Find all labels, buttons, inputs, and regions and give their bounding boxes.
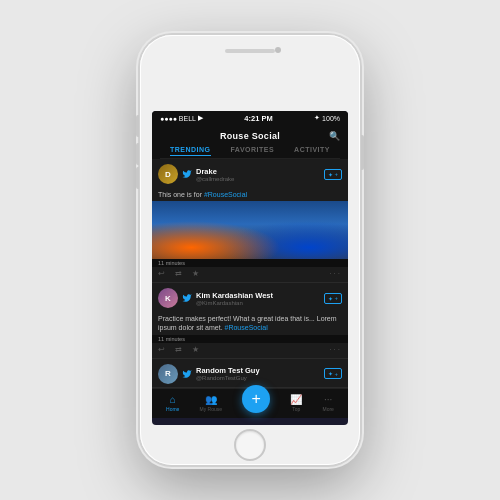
follow-button[interactable]: ✦+ (324, 169, 342, 180)
follow-button[interactable]: ✦+ (324, 368, 342, 379)
hashtag[interactable]: #RouseSocial (204, 191, 247, 198)
nav-myrouse-label: My Rouse (200, 406, 223, 412)
tweet-card: D Drake @callmedrake ✦+ This one i (152, 159, 348, 283)
battery-text: 100% (322, 115, 340, 122)
phone-bottom (140, 425, 360, 465)
tweet-time: 11 minutes (152, 335, 348, 343)
tweet-header: K Kim Kardashian West @KimKardashian ✦+ (152, 283, 348, 311)
status-time: 4:21 PM (244, 114, 272, 123)
tweet-feed: D Drake @callmedrake ✦+ This one i (152, 159, 348, 387)
tab-activity[interactable]: ACTIVITY (294, 146, 330, 156)
home-button[interactable] (234, 429, 266, 461)
avatar-image: K (158, 288, 178, 308)
avatar: D (158, 164, 178, 184)
tweet-meta: Random Test Guy @RandomTestGuy (196, 366, 320, 381)
tweet-image (152, 201, 348, 259)
tweet-actions: ↩ ⇄ ★ ··· (152, 343, 348, 358)
more-actions[interactable]: ··· (329, 345, 342, 354)
nav-more[interactable]: ··· More (322, 394, 333, 412)
tab-favorites[interactable]: FAVORITES (230, 146, 274, 156)
tweet-name: Random Test Guy (196, 366, 320, 375)
nav-more-label: More (322, 406, 333, 412)
follow-button[interactable]: ✦+ (324, 293, 342, 304)
tweet-name: Drake (196, 167, 320, 176)
search-icon[interactable]: 🔍 (329, 131, 340, 141)
tweet-handle: @RandomTestGuy (196, 375, 320, 381)
avatar-image: D (158, 164, 178, 184)
wifi-icon: ▶ (198, 114, 203, 122)
carrier-text: ●●●● BELL (160, 115, 196, 122)
home-icon: ⌂ (170, 394, 176, 405)
twitter-follow-icon: ✦ (328, 171, 333, 178)
add-icon: + (252, 391, 261, 407)
retweet-icon[interactable]: ⇄ (175, 269, 182, 278)
bottom-nav: ⌂ Home 👥 My Rouse + 📈 Top ··· More (152, 388, 348, 418)
phone-frame: ●●●● BELL ▶ 4:21 PM ✦ 100% Rouse Social … (140, 35, 360, 465)
tweet-text: This one is for #RouseSocial (152, 187, 348, 201)
avatar: R (158, 364, 178, 384)
avatar-image: R (158, 364, 178, 384)
tweet-actions: ↩ ⇄ ★ ··· (152, 267, 348, 282)
tabs-row: TRENDING FAVORITES ACTIVITY (160, 143, 340, 159)
favorite-icon[interactable]: ★ (192, 345, 199, 354)
nav-top[interactable]: 📈 Top (290, 394, 302, 412)
status-right: ✦ 100% (314, 114, 340, 122)
phone-top (140, 35, 360, 71)
crowd-scene-image (152, 201, 348, 259)
tweet-meta: Kim Kardashian West @KimKardashian (196, 291, 320, 306)
tweet-header: R Random Test Guy @RandomTestGuy ✦+ (152, 359, 348, 387)
reply-icon[interactable]: ↩ (158, 269, 165, 278)
hashtag[interactable]: #RouseSocial (225, 324, 268, 331)
twitter-icon (182, 369, 192, 379)
tweet-time: 11 minutes (152, 259, 348, 267)
twitter-follow-icon: ✦ (328, 295, 333, 302)
app-title: Rouse Social (220, 131, 280, 141)
twitter-follow-icon: ✦ (328, 370, 333, 377)
nav-top-label: Top (292, 406, 300, 412)
favorite-icon[interactable]: ★ (192, 269, 199, 278)
nav-myrouse[interactable]: 👥 My Rouse (200, 394, 223, 412)
phone-screen: ●●●● BELL ▶ 4:21 PM ✦ 100% Rouse Social … (152, 111, 348, 425)
nav-home[interactable]: ⌂ Home (166, 394, 179, 412)
tweet-text: Practice makes perfect! What a great ide… (152, 311, 348, 334)
avatar: K (158, 288, 178, 308)
bluetooth-icon: ✦ (314, 114, 320, 122)
more-icon: ··· (324, 394, 332, 405)
status-bar: ●●●● BELL ▶ 4:21 PM ✦ 100% (152, 111, 348, 125)
top-icon: 📈 (290, 394, 302, 405)
myrouse-icon: 👥 (205, 394, 217, 405)
tweet-meta: Drake @callmedrake (196, 167, 320, 182)
twitter-icon (182, 293, 192, 303)
more-actions[interactable]: ··· (329, 269, 342, 278)
reply-icon[interactable]: ↩ (158, 345, 165, 354)
tweet-card: R Random Test Guy @RandomTestGuy ✦+ (152, 359, 348, 388)
tweet-card: K Kim Kardashian West @KimKardashian ✦+ … (152, 283, 348, 358)
nav-home-label: Home (166, 406, 179, 412)
tweet-handle: @KimKardashian (196, 300, 320, 306)
tweet-handle: @callmedrake (196, 176, 320, 182)
phone-camera (275, 47, 281, 53)
tweet-name: Kim Kardashian West (196, 291, 320, 300)
twitter-icon (182, 169, 192, 179)
status-left: ●●●● BELL ▶ (160, 114, 203, 122)
app-title-row: Rouse Social 🔍 (160, 129, 340, 143)
add-now-button[interactable]: + (242, 385, 270, 413)
app-header: Rouse Social 🔍 TRENDING FAVORITES ACTIVI… (152, 125, 348, 159)
retweet-icon[interactable]: ⇄ (175, 345, 182, 354)
phone-speaker (225, 49, 275, 53)
tab-trending[interactable]: TRENDING (170, 146, 211, 156)
tweet-header: D Drake @callmedrake ✦+ (152, 159, 348, 187)
